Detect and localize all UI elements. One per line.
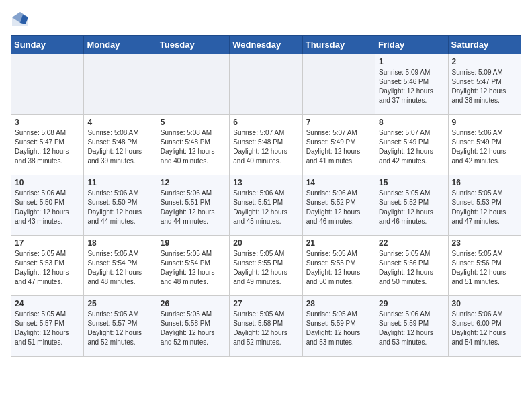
calendar-day-cell: 17Sunrise: 5:05 AM Sunset: 5:53 PM Dayli… [11,236,84,296]
day-info: Sunrise: 5:06 AM Sunset: 5:50 PM Dayligh… [15,189,80,226]
calendar-day-cell: 6Sunrise: 5:07 AM Sunset: 5:48 PM Daylig… [230,115,302,175]
day-info: Sunrise: 5:07 AM Sunset: 5:49 PM Dayligh… [379,128,444,166]
day-info: Sunrise: 5:05 AM Sunset: 5:53 PM Dayligh… [15,249,80,287]
calendar-day-cell: 23Sunrise: 5:05 AM Sunset: 5:56 PM Dayli… [448,236,521,296]
calendar-day-cell [230,54,302,115]
calendar-day-cell: 21Sunrise: 5:05 AM Sunset: 5:55 PM Dayli… [302,236,375,296]
calendar-week-row: 24Sunrise: 5:05 AM Sunset: 5:57 PM Dayli… [11,296,521,357]
calendar-day-cell: 5Sunrise: 5:08 AM Sunset: 5:48 PM Daylig… [157,115,229,175]
weekday-header-cell: Sunday [11,36,84,54]
day-info: Sunrise: 5:06 AM Sunset: 5:59 PM Dayligh… [379,310,444,347]
calendar-table: SundayMondayTuesdayWednesdayThursdayFrid… [11,35,521,357]
day-info: Sunrise: 5:05 AM Sunset: 5:54 PM Dayligh… [161,249,226,287]
weekday-header-row: SundayMondayTuesdayWednesdayThursdayFrid… [11,36,521,54]
calendar-day-cell: 3Sunrise: 5:08 AM Sunset: 5:47 PM Daylig… [11,115,84,175]
day-number: 17 [15,238,80,248]
day-number: 13 [233,178,298,187]
calendar-day-cell: 15Sunrise: 5:05 AM Sunset: 5:52 PM Dayli… [375,175,448,236]
day-info: Sunrise: 5:05 AM Sunset: 5:57 PM Dayligh… [87,310,152,347]
day-info: Sunrise: 5:05 AM Sunset: 5:56 PM Dayligh… [452,249,517,287]
day-info: Sunrise: 5:05 AM Sunset: 5:52 PM Dayligh… [379,189,444,226]
day-info: Sunrise: 5:08 AM Sunset: 5:48 PM Dayligh… [87,128,152,166]
day-number: 26 [161,299,226,308]
day-info: Sunrise: 5:05 AM Sunset: 5:57 PM Dayligh… [15,310,80,347]
day-info: Sunrise: 5:07 AM Sunset: 5:48 PM Dayligh… [233,128,298,166]
calendar-day-cell: 14Sunrise: 5:06 AM Sunset: 5:52 PM Dayli… [302,175,375,236]
calendar-day-cell: 4Sunrise: 5:08 AM Sunset: 5:48 PM Daylig… [84,115,157,175]
calendar-day-cell: 1Sunrise: 5:09 AM Sunset: 5:46 PM Daylig… [375,54,448,115]
day-number: 8 [379,118,444,127]
calendar-day-cell: 19Sunrise: 5:05 AM Sunset: 5:54 PM Dayli… [157,236,229,296]
calendar-day-cell: 2Sunrise: 5:09 AM Sunset: 5:47 PM Daylig… [448,54,521,115]
day-number: 5 [161,118,226,127]
calendar-day-cell: 22Sunrise: 5:05 AM Sunset: 5:56 PM Dayli… [375,236,448,296]
calendar-day-cell [302,54,375,115]
calendar-day-cell: 10Sunrise: 5:06 AM Sunset: 5:50 PM Dayli… [11,175,84,236]
day-info: Sunrise: 5:06 AM Sunset: 6:00 PM Dayligh… [452,310,517,347]
day-info: Sunrise: 5:06 AM Sunset: 5:52 PM Dayligh… [306,189,371,226]
day-number: 24 [15,299,80,308]
day-number: 9 [452,118,517,127]
calendar-week-row: 10Sunrise: 5:06 AM Sunset: 5:50 PM Dayli… [11,175,521,236]
day-number: 23 [452,238,517,248]
page-header [11,11,521,27]
day-number: 19 [161,238,226,248]
day-info: Sunrise: 5:05 AM Sunset: 5:59 PM Dayligh… [306,310,371,347]
day-info: Sunrise: 5:07 AM Sunset: 5:49 PM Dayligh… [306,128,371,166]
calendar-day-cell: 20Sunrise: 5:05 AM Sunset: 5:55 PM Dayli… [230,236,302,296]
day-number: 20 [233,238,298,248]
day-info: Sunrise: 5:08 AM Sunset: 5:48 PM Dayligh… [161,128,226,166]
day-number: 16 [452,178,517,187]
day-number: 12 [161,178,226,187]
calendar-day-cell: 27Sunrise: 5:05 AM Sunset: 5:58 PM Dayli… [230,296,302,357]
calendar-week-row: 3Sunrise: 5:08 AM Sunset: 5:47 PM Daylig… [11,115,521,175]
calendar-day-cell: 11Sunrise: 5:06 AM Sunset: 5:50 PM Dayli… [84,175,157,236]
day-number: 25 [87,299,152,308]
calendar-week-row: 1Sunrise: 5:09 AM Sunset: 5:46 PM Daylig… [11,54,521,115]
weekday-header-cell: Tuesday [157,36,229,54]
calendar-day-cell: 28Sunrise: 5:05 AM Sunset: 5:59 PM Dayli… [302,296,375,357]
calendar-day-cell: 29Sunrise: 5:06 AM Sunset: 5:59 PM Dayli… [375,296,448,357]
calendar-day-cell: 16Sunrise: 5:05 AM Sunset: 5:53 PM Dayli… [448,175,521,236]
day-info: Sunrise: 5:05 AM Sunset: 5:58 PM Dayligh… [233,310,298,347]
day-number: 10 [15,178,80,187]
logo [11,11,32,27]
day-info: Sunrise: 5:09 AM Sunset: 5:47 PM Dayligh… [452,68,517,105]
day-number: 21 [306,238,371,248]
day-info: Sunrise: 5:06 AM Sunset: 5:51 PM Dayligh… [233,189,298,226]
calendar-day-cell: 25Sunrise: 5:05 AM Sunset: 5:57 PM Dayli… [84,296,157,357]
day-number: 27 [233,299,298,308]
day-number: 6 [233,118,298,127]
weekday-header-cell: Saturday [448,36,521,54]
calendar-day-cell [84,54,157,115]
day-info: Sunrise: 5:09 AM Sunset: 5:46 PM Dayligh… [379,68,444,105]
weekday-header-cell: Friday [375,36,448,54]
calendar-day-cell: 18Sunrise: 5:05 AM Sunset: 5:54 PM Dayli… [84,236,157,296]
calendar-day-cell: 13Sunrise: 5:06 AM Sunset: 5:51 PM Dayli… [230,175,302,236]
weekday-header-cell: Monday [84,36,157,54]
day-number: 11 [87,178,152,187]
day-number: 4 [87,118,152,127]
day-info: Sunrise: 5:06 AM Sunset: 5:51 PM Dayligh… [161,189,226,226]
day-number: 3 [15,118,80,127]
calendar-day-cell: 24Sunrise: 5:05 AM Sunset: 5:57 PM Dayli… [11,296,84,357]
day-info: Sunrise: 5:06 AM Sunset: 5:50 PM Dayligh… [87,189,152,226]
day-info: Sunrise: 5:08 AM Sunset: 5:47 PM Dayligh… [15,128,80,166]
day-number: 30 [452,299,517,308]
day-number: 28 [306,299,371,308]
day-number: 15 [379,178,444,187]
weekday-header-cell: Wednesday [230,36,302,54]
calendar-day-cell: 30Sunrise: 5:06 AM Sunset: 6:00 PM Dayli… [448,296,521,357]
calendar-day-cell [157,54,229,115]
day-number: 2 [452,57,517,66]
day-number: 14 [306,178,371,187]
day-number: 22 [379,238,444,248]
day-info: Sunrise: 5:05 AM Sunset: 5:55 PM Dayligh… [306,249,371,287]
weekday-header-cell: Thursday [302,36,375,54]
calendar-week-row: 17Sunrise: 5:05 AM Sunset: 5:53 PM Dayli… [11,236,521,296]
day-info: Sunrise: 5:05 AM Sunset: 5:54 PM Dayligh… [87,249,152,287]
calendar-day-cell: 7Sunrise: 5:07 AM Sunset: 5:49 PM Daylig… [302,115,375,175]
day-number: 7 [306,118,371,127]
day-number: 29 [379,299,444,308]
day-info: Sunrise: 5:05 AM Sunset: 5:58 PM Dayligh… [161,310,226,347]
